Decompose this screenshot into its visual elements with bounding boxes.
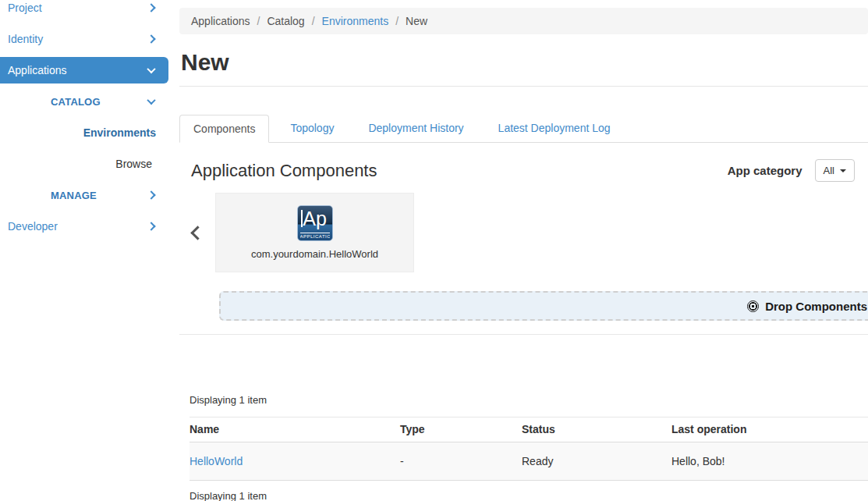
chevron-down-icon — [148, 67, 154, 73]
breadcrumb-applications: Applications — [191, 15, 250, 27]
column-header-last-operation[interactable]: Last operation — [671, 418, 868, 442]
sidebar: Project Identity Applications CATALOG En… — [0, 0, 168, 242]
dropzone-label: Drop Components here — [765, 300, 868, 313]
app-category-dropdown[interactable]: All — [815, 159, 855, 182]
sidebar-item-label: Environments — [83, 126, 156, 139]
breadcrumb-environments-link[interactable]: Environments — [322, 15, 389, 27]
components-carousel: Ap APPLICATION com.yourdomain.HelloWorld — [179, 193, 868, 272]
carousel-prev-button[interactable] — [187, 228, 207, 238]
sidebar-item-browse[interactable]: Browse — [0, 148, 168, 179]
tab-bar: Components Topology Deployment History L… — [179, 115, 868, 143]
components-tab-panel: Application Components App category All … — [179, 159, 868, 321]
sidebar-item-label: Project — [8, 2, 42, 14]
app-category-value: All — [824, 165, 834, 176]
sidebar-item-project[interactable]: Project — [0, 0, 168, 23]
application-icon-text: Ap — [298, 207, 332, 231]
caret-down-icon — [840, 169, 846, 172]
components-table-section: Displaying 1 item Name Type Status Last … — [179, 394, 868, 501]
sidebar-item-environments[interactable]: Environments — [0, 117, 168, 148]
item-count-top: Displaying 1 item — [190, 394, 868, 406]
page-title: New — [181, 49, 868, 76]
app-category-label: App category — [728, 164, 802, 177]
chevron-right-icon — [148, 223, 154, 229]
sidebar-item-applications[interactable]: Applications — [0, 57, 168, 84]
table-row: HelloWorld - Ready Hello, Bob! — [190, 442, 868, 481]
sidebar-item-label: CATALOG — [51, 96, 101, 108]
sidebar-item-identity[interactable]: Identity — [0, 23, 168, 55]
sidebar-item-label: Identity — [8, 33, 43, 45]
component-status-cell: Ready — [522, 442, 671, 481]
sidebar-item-label: Browse — [115, 158, 152, 170]
chevron-left-icon — [190, 226, 204, 240]
sidebar-item-label: Developer — [8, 220, 58, 233]
breadcrumb: Applications / Catalog / Environments / … — [179, 8, 868, 34]
breadcrumb-new: New — [406, 15, 427, 27]
application-icon: Ap APPLICATION — [297, 205, 333, 241]
tab-latest-deployment-log[interactable]: Latest Deployment Log — [485, 115, 624, 143]
column-header-name[interactable]: Name — [190, 418, 400, 442]
section-title: Application Components — [191, 161, 377, 181]
target-icon — [747, 300, 759, 312]
sidebar-item-label: MANAGE — [51, 190, 97, 201]
main-content: Applications / Catalog / Environments / … — [179, 0, 868, 501]
item-count-bottom: Displaying 1 item — [190, 490, 868, 501]
component-name-link[interactable]: HelloWorld — [190, 455, 243, 467]
chevron-right-icon — [148, 36, 154, 42]
tab-topology[interactable]: Topology — [277, 115, 347, 143]
tab-deployment-history[interactable]: Deployment History — [355, 115, 477, 143]
column-header-type[interactable]: Type — [400, 418, 522, 442]
sidebar-item-manage[interactable]: MANAGE — [0, 179, 168, 211]
sidebar-item-developer[interactable]: Developer — [0, 211, 168, 242]
component-last-operation-cell: Hello, Bob! — [671, 442, 868, 481]
breadcrumb-separator: / — [395, 15, 399, 27]
sidebar-item-catalog[interactable]: CATALOG — [0, 86, 168, 117]
component-type-cell: - — [400, 442, 522, 481]
tab-components[interactable]: Components — [179, 115, 269, 143]
table-header-row: Name Type Status Last operation — [190, 418, 868, 442]
application-icon-subtext: APPLICATION — [300, 233, 330, 240]
breadcrumb-separator: / — [257, 15, 260, 27]
drop-components-zone[interactable]: Drop Components here — [219, 291, 868, 321]
chevron-down-icon — [148, 98, 154, 105]
column-header-status[interactable]: Status — [522, 418, 671, 442]
sidebar-item-label: Applications — [8, 64, 67, 76]
chevron-right-icon — [148, 192, 154, 198]
breadcrumb-catalog: Catalog — [267, 15, 304, 27]
components-table: Name Type Status Last operation HelloWor… — [190, 417, 868, 481]
component-card[interactable]: Ap APPLICATION com.yourdomain.HelloWorld — [215, 193, 414, 272]
breadcrumb-separator: / — [312, 15, 315, 27]
section-divider — [179, 334, 868, 335]
chevron-right-icon — [148, 5, 154, 11]
component-card-name: com.yourdomain.HelloWorld — [251, 248, 378, 260]
title-divider — [179, 86, 868, 87]
